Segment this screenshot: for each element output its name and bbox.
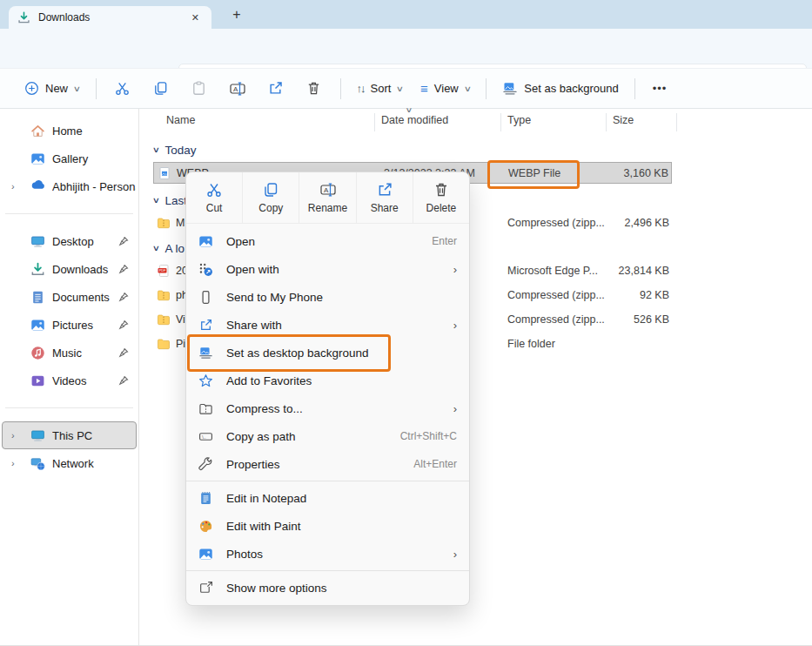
sidebar-item-network[interactable]: › Network	[2, 449, 137, 477]
column-divider[interactable]	[500, 113, 501, 131]
close-tab-icon[interactable]: ✕	[188, 12, 203, 24]
menu-item-compress-to[interactable]: Compress to... ›	[186, 394, 469, 422]
sidebar-item-onedrive-personal[interactable]: › Abhijith - Personal	[2, 172, 137, 200]
svg-text:PDF: PDF	[159, 269, 166, 273]
sidebar-item-downloads[interactable]: Downloads	[2, 255, 137, 283]
set-as-background-button[interactable]: Set as background	[493, 74, 627, 104]
share-label: Share	[371, 202, 399, 214]
chevron-down-icon: ∨	[152, 145, 160, 154]
sidebar-item-home[interactable]: Home	[2, 117, 137, 145]
sidebar-item-label: Documents	[52, 291, 118, 304]
sidebar-divider	[5, 407, 133, 408]
file-name: M	[176, 217, 185, 229]
column-divider[interactable]	[676, 113, 677, 131]
file-name: Vi	[176, 313, 185, 326]
paste-button[interactable]	[180, 74, 218, 104]
file-size: 92 KB	[640, 284, 669, 306]
gallery-icon	[30, 151, 45, 166]
column-header-type[interactable]: Type	[507, 114, 531, 126]
toolbar-divider	[634, 78, 635, 99]
menu-item-send-to-my-phone[interactable]: Send to My Phone	[186, 283, 469, 311]
share-button[interactable]	[257, 74, 295, 104]
star-icon	[198, 373, 213, 388]
view-button[interactable]: ≡ View ∨	[412, 74, 479, 104]
submenu-arrow-icon: ›	[453, 319, 457, 332]
sidebar-item-music[interactable]: Music	[2, 339, 137, 367]
sidebar-item-videos[interactable]: Videos	[2, 367, 137, 394]
share-button[interactable]: Share	[356, 172, 413, 223]
sidebar-item-label: Downloads	[52, 263, 118, 276]
new-button[interactable]: New ∨	[16, 74, 89, 104]
chevron-down-icon: ∨	[73, 84, 81, 93]
rename-button[interactable]: A Rename	[299, 172, 355, 223]
column-divider[interactable]	[606, 113, 607, 131]
menu-item-photos[interactable]: Photos ›	[186, 540, 469, 568]
sidebar-item-this-pc[interactable]: › This PC	[2, 421, 137, 449]
tab-title: Downloads	[38, 11, 188, 24]
chevron-down-icon: ∨	[152, 196, 160, 205]
music-icon	[30, 346, 45, 360]
sort-button-label: Sort	[371, 82, 392, 95]
shortcut-label: Enter	[432, 235, 457, 247]
group-header-a-long-time-ago[interactable]: ∨ A lo	[153, 239, 185, 258]
column-header-size[interactable]: Size	[613, 114, 634, 126]
menu-item-show-more-options[interactable]: Show more options	[186, 574, 469, 602]
menu-item-copy-as-path[interactable]: \.. Copy as path Ctrl+Shift+C	[186, 422, 469, 450]
view-list-icon: ≡	[420, 81, 428, 96]
menu-item-set-as-desktop-background[interactable]: Set as desktop background	[186, 339, 469, 367]
sidebar-item-pictures[interactable]: Pictures	[2, 311, 137, 339]
sort-button[interactable]: ↑↓ Sort ∨	[348, 74, 412, 104]
file-size: 23,814 KB	[619, 259, 669, 281]
chevron-right-icon[interactable]: ›	[11, 181, 23, 192]
onedrive-icon	[30, 179, 45, 194]
file-size: 2,496 KB	[625, 212, 669, 233]
tab-downloads[interactable]: Downloads ✕	[9, 6, 211, 29]
group-header-today[interactable]: ∨ Today	[153, 140, 197, 159]
downloads-icon	[17, 11, 30, 24]
delete-button[interactable]: Delete	[413, 172, 469, 223]
sidebar-item-desktop[interactable]: Desktop	[2, 227, 137, 255]
cut-label: Cut	[206, 202, 223, 214]
view-button-label: View	[434, 82, 459, 95]
chevron-down-icon: ∨	[396, 84, 404, 93]
compress-icon	[198, 401, 213, 416]
menu-item-open[interactable]: Open Enter	[186, 227, 469, 255]
menu-item-edit-with-paint[interactable]: Edit with Paint	[186, 512, 469, 540]
menu-item-open-with[interactable]: Open with ›	[186, 255, 469, 283]
sidebar-item-documents[interactable]: Documents	[2, 283, 137, 311]
copy-icon	[262, 181, 279, 199]
chevron-right-icon[interactable]: ›	[11, 430, 23, 441]
cut-button[interactable]	[104, 74, 142, 104]
delete-icon	[433, 181, 450, 199]
zip-folder-icon	[157, 288, 171, 302]
chevron-right-icon[interactable]: ›	[11, 458, 23, 468]
navigation-bar: ← → ↑ › This PC › Local Disk (C:) › User…	[0, 29, 812, 68]
context-menu: Cut Copy A Rename Share Delete	[185, 172, 470, 606]
group-label: A lo	[165, 242, 185, 255]
column-divider[interactable]	[374, 113, 375, 131]
file-type: Compressed (zipp...	[507, 284, 605, 306]
sidebar-item-gallery[interactable]: Gallery	[2, 145, 137, 172]
documents-icon	[30, 290, 45, 305]
network-icon	[30, 456, 45, 471]
cut-button[interactable]: Cut	[186, 172, 242, 223]
menu-item-add-to-favorites[interactable]: Add to Favorites	[186, 367, 469, 394]
copy-button[interactable]: Copy	[242, 172, 299, 223]
svg-text:A: A	[233, 85, 238, 93]
file-type: Microsoft Edge P...	[507, 259, 598, 281]
delete-button[interactable]	[295, 74, 333, 104]
copy-button[interactable]	[142, 74, 180, 104]
sidebar-item-label: Abhijith - Personal	[52, 180, 136, 193]
more-options-button[interactable]: •••	[642, 82, 678, 95]
new-tab-button[interactable]: +	[225, 4, 249, 25]
column-header-name[interactable]: Name	[166, 114, 195, 126]
menu-item-edit-in-notepad[interactable]: Edit in Notepad	[186, 484, 469, 512]
file-size: 526 KB	[634, 308, 669, 330]
group-header-last[interactable]: ∨ Last	[153, 191, 187, 210]
menu-item-share-with[interactable]: Share with ›	[186, 311, 469, 339]
rename-button[interactable]: A	[218, 74, 257, 104]
submenu-arrow-icon: ›	[453, 402, 457, 415]
menu-item-properties[interactable]: Properties Alt+Enter	[186, 450, 469, 478]
column-header-date-modified[interactable]: Date modified	[381, 114, 448, 126]
svg-text:A: A	[324, 186, 329, 194]
